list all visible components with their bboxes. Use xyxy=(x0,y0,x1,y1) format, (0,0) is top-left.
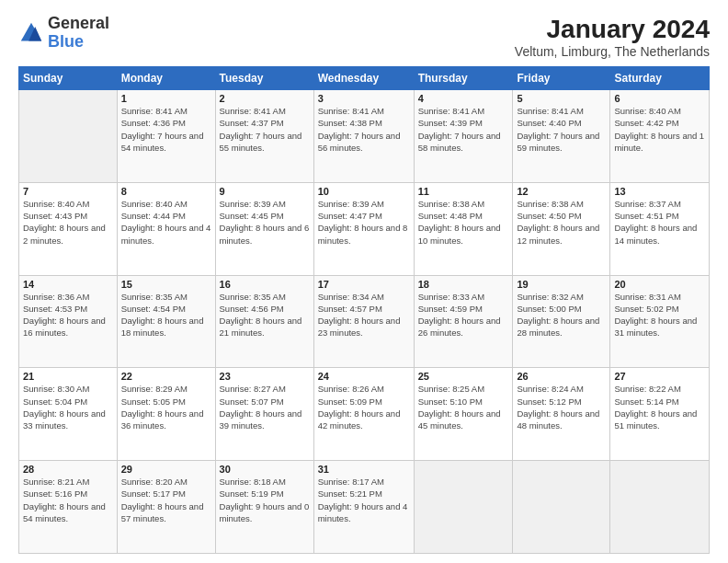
calendar-cell: 26Sunrise: 8:24 AMSunset: 5:12 PMDayligh… xyxy=(513,368,610,461)
day-number: 6 xyxy=(614,93,705,104)
calendar-cell xyxy=(610,461,710,554)
calendar-cell: 8Sunrise: 8:40 AMSunset: 4:44 PMDaylight… xyxy=(117,182,215,275)
logo-line2: Blue xyxy=(48,33,109,52)
day-info: Sunrise: 8:29 AMSunset: 5:05 PMDaylight:… xyxy=(121,383,211,431)
day-number: 10 xyxy=(318,186,410,197)
day-info: Sunrise: 8:38 AMSunset: 4:48 PMDaylight:… xyxy=(418,198,509,247)
day-info: Sunrise: 8:40 AMSunset: 4:43 PMDaylight:… xyxy=(23,198,113,247)
calendar-cell: 18Sunrise: 8:33 AMSunset: 4:59 PMDayligh… xyxy=(414,275,513,368)
day-info: Sunrise: 8:26 AMSunset: 5:09 PMDaylight:… xyxy=(318,383,410,431)
calendar-cell: 12Sunrise: 8:38 AMSunset: 4:50 PMDayligh… xyxy=(513,182,610,275)
day-number: 20 xyxy=(614,279,705,290)
day-number: 3 xyxy=(318,93,410,104)
calendar-subtitle: Veltum, Limburg, The Netherlands xyxy=(515,44,710,59)
day-number: 29 xyxy=(121,464,211,475)
day-number: 27 xyxy=(614,371,705,382)
calendar-cell: 17Sunrise: 8:34 AMSunset: 4:57 PMDayligh… xyxy=(313,275,414,368)
day-info: Sunrise: 8:17 AMSunset: 5:21 PMDaylight:… xyxy=(318,476,410,524)
calendar-cell: 13Sunrise: 8:37 AMSunset: 4:51 PMDayligh… xyxy=(610,182,710,275)
calendar-cell: 11Sunrise: 8:38 AMSunset: 4:48 PMDayligh… xyxy=(414,182,513,275)
header-day: Saturday xyxy=(610,67,710,90)
day-number: 25 xyxy=(418,371,509,382)
calendar-cell: 4Sunrise: 8:41 AMSunset: 4:39 PMDaylight… xyxy=(414,90,513,183)
day-info: Sunrise: 8:24 AMSunset: 5:12 PMDaylight:… xyxy=(517,383,606,431)
day-number: 23 xyxy=(220,371,310,382)
day-number: 17 xyxy=(318,279,410,290)
calendar-cell: 30Sunrise: 8:18 AMSunset: 5:19 PMDayligh… xyxy=(215,461,313,554)
calendar-cell: 15Sunrise: 8:35 AMSunset: 4:54 PMDayligh… xyxy=(117,275,215,368)
day-number: 9 xyxy=(220,186,310,197)
calendar-week-row: 21Sunrise: 8:30 AMSunset: 5:04 PMDayligh… xyxy=(19,368,710,461)
calendar-cell: 5Sunrise: 8:41 AMSunset: 4:40 PMDaylight… xyxy=(513,90,610,183)
day-info: Sunrise: 8:41 AMSunset: 4:38 PMDaylight:… xyxy=(318,105,410,154)
day-info: Sunrise: 8:22 AMSunset: 5:14 PMDaylight:… xyxy=(614,383,705,431)
calendar-title: January 2024 xyxy=(515,15,710,44)
day-number: 8 xyxy=(121,186,211,197)
header-day: Monday xyxy=(117,67,215,90)
day-number: 12 xyxy=(517,186,606,197)
day-info: Sunrise: 8:35 AMSunset: 4:56 PMDaylight:… xyxy=(220,291,310,339)
calendar-cell: 20Sunrise: 8:31 AMSunset: 5:02 PMDayligh… xyxy=(610,275,710,368)
day-number: 16 xyxy=(220,279,310,290)
logo-line1: General xyxy=(48,15,109,33)
calendar-cell: 19Sunrise: 8:32 AMSunset: 5:00 PMDayligh… xyxy=(513,275,610,368)
header-day: Wednesday xyxy=(313,67,414,90)
logo: General Blue xyxy=(18,15,109,52)
day-info: Sunrise: 8:38 AMSunset: 4:50 PMDaylight:… xyxy=(517,198,606,247)
calendar-header-row: SundayMondayTuesdayWednesdayThursdayFrid… xyxy=(19,67,710,90)
logo-icon xyxy=(18,20,44,46)
day-info: Sunrise: 8:36 AMSunset: 4:53 PMDaylight:… xyxy=(23,291,113,339)
day-info: Sunrise: 8:20 AMSunset: 5:17 PMDaylight:… xyxy=(121,476,211,524)
header-day: Thursday xyxy=(414,67,513,90)
calendar-cell: 10Sunrise: 8:39 AMSunset: 4:47 PMDayligh… xyxy=(313,182,414,275)
calendar-cell: 6Sunrise: 8:40 AMSunset: 4:42 PMDaylight… xyxy=(610,90,710,183)
calendar-cell: 1Sunrise: 8:41 AMSunset: 4:36 PMDaylight… xyxy=(117,90,215,183)
day-info: Sunrise: 8:33 AMSunset: 4:59 PMDaylight:… xyxy=(418,291,509,339)
day-info: Sunrise: 8:39 AMSunset: 4:45 PMDaylight:… xyxy=(220,198,310,247)
calendar-cell: 21Sunrise: 8:30 AMSunset: 5:04 PMDayligh… xyxy=(19,368,118,461)
day-number: 21 xyxy=(23,371,113,382)
day-number: 13 xyxy=(614,186,705,197)
day-info: Sunrise: 8:39 AMSunset: 4:47 PMDaylight:… xyxy=(318,198,410,247)
day-number: 5 xyxy=(517,93,606,104)
day-number: 2 xyxy=(220,93,310,104)
day-number: 22 xyxy=(121,371,211,382)
calendar-cell: 31Sunrise: 8:17 AMSunset: 5:21 PMDayligh… xyxy=(313,461,414,554)
day-number: 24 xyxy=(318,371,410,382)
day-info: Sunrise: 8:41 AMSunset: 4:36 PMDaylight:… xyxy=(121,105,211,154)
calendar-cell: 9Sunrise: 8:39 AMSunset: 4:45 PMDaylight… xyxy=(215,182,313,275)
calendar-cell: 23Sunrise: 8:27 AMSunset: 5:07 PMDayligh… xyxy=(215,368,313,461)
calendar-cell xyxy=(19,90,118,183)
day-number: 30 xyxy=(220,464,310,475)
day-number: 18 xyxy=(418,279,509,290)
day-number: 26 xyxy=(517,371,606,382)
day-info: Sunrise: 8:35 AMSunset: 4:54 PMDaylight:… xyxy=(121,291,211,339)
day-info: Sunrise: 8:37 AMSunset: 4:51 PMDaylight:… xyxy=(614,198,705,247)
day-info: Sunrise: 8:40 AMSunset: 4:42 PMDaylight:… xyxy=(614,105,705,154)
calendar-cell xyxy=(414,461,513,554)
day-number: 14 xyxy=(23,279,113,290)
day-info: Sunrise: 8:30 AMSunset: 5:04 PMDaylight:… xyxy=(23,383,113,431)
header: General Blue January 2024 Veltum, Limbur… xyxy=(18,15,710,59)
calendar-cell: 2Sunrise: 8:41 AMSunset: 4:37 PMDaylight… xyxy=(215,90,313,183)
calendar-cell: 28Sunrise: 8:21 AMSunset: 5:16 PMDayligh… xyxy=(19,461,118,554)
day-info: Sunrise: 8:18 AMSunset: 5:19 PMDaylight:… xyxy=(220,476,310,524)
calendar-week-row: 28Sunrise: 8:21 AMSunset: 5:16 PMDayligh… xyxy=(19,461,710,554)
day-info: Sunrise: 8:41 AMSunset: 4:37 PMDaylight:… xyxy=(220,105,310,154)
day-number: 15 xyxy=(121,279,211,290)
calendar-cell: 27Sunrise: 8:22 AMSunset: 5:14 PMDayligh… xyxy=(610,368,710,461)
day-info: Sunrise: 8:21 AMSunset: 5:16 PMDaylight:… xyxy=(23,476,113,524)
calendar-cell: 22Sunrise: 8:29 AMSunset: 5:05 PMDayligh… xyxy=(117,368,215,461)
day-info: Sunrise: 8:34 AMSunset: 4:57 PMDaylight:… xyxy=(318,291,410,339)
calendar-cell: 3Sunrise: 8:41 AMSunset: 4:38 PMDaylight… xyxy=(313,90,414,183)
day-number: 4 xyxy=(418,93,509,104)
calendar-week-row: 1Sunrise: 8:41 AMSunset: 4:36 PMDaylight… xyxy=(19,90,710,183)
calendar-cell: 14Sunrise: 8:36 AMSunset: 4:53 PMDayligh… xyxy=(19,275,118,368)
day-info: Sunrise: 8:41 AMSunset: 4:39 PMDaylight:… xyxy=(418,105,509,154)
calendar-cell: 24Sunrise: 8:26 AMSunset: 5:09 PMDayligh… xyxy=(313,368,414,461)
day-info: Sunrise: 8:27 AMSunset: 5:07 PMDaylight:… xyxy=(220,383,310,431)
day-number: 28 xyxy=(23,464,113,475)
calendar-cell: 16Sunrise: 8:35 AMSunset: 4:56 PMDayligh… xyxy=(215,275,313,368)
calendar-cell xyxy=(513,461,610,554)
calendar-cell: 7Sunrise: 8:40 AMSunset: 4:43 PMDaylight… xyxy=(19,182,118,275)
